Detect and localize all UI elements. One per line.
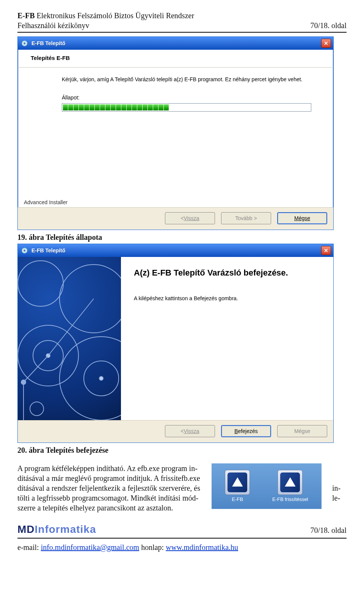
- wizard-side-art: [18, 257, 121, 420]
- installer-body: Kérjük, várjon, amíg A Telepítő Varázsló…: [18, 68, 333, 198]
- doc-footer: MDInformatika 70/18. oldal e-mail: info.…: [17, 523, 347, 552]
- paragraph-text: A program kétféleképpen indítható. Az ef…: [17, 463, 201, 513]
- figure-caption-20: 20. ábra Telepítés befejezése: [17, 445, 347, 455]
- website-link[interactable]: www.mdinformatika.hu: [166, 543, 238, 551]
- close-button[interactable]: ✕: [321, 39, 331, 48]
- window-title: E-FB Telepítő: [31, 40, 317, 47]
- install-message: Kérjük, várjon, amíg A Telepítő Varázsló…: [62, 76, 311, 83]
- svg-point-6: [30, 402, 44, 416]
- doc-title-bold: E-FB: [17, 11, 35, 20]
- desktop-icons: E-FB E-FB frissítéssel: [212, 463, 322, 509]
- close-icon: ✕: [324, 40, 328, 47]
- paragraph-block: A program kétféleképpen indítható. Az ef…: [17, 463, 347, 513]
- button-bar: < Vissza Tovább > Mégse: [18, 207, 333, 230]
- subheader-title: Telepítés E-FB: [31, 54, 70, 62]
- desktop-icon-efb[interactable]: E-FB: [225, 470, 250, 503]
- figure-caption-19: 19. ábra Telepítés állapota: [17, 232, 347, 242]
- doc-page-bottom: 70/18. oldal: [310, 525, 347, 535]
- app-icon: 💿: [21, 247, 28, 254]
- paragraph-right-fragments: in- le-: [332, 463, 347, 503]
- close-button[interactable]: ✕: [321, 246, 331, 255]
- cancel-button[interactable]: Mégse: [277, 425, 327, 437]
- doc-title-rest: Elektronikus Felszámoló Biztos Ügyviteli…: [35, 11, 195, 20]
- email-link[interactable]: info.mdinformatika@gmail.com: [41, 543, 139, 551]
- subheader: Telepítés E-FB: [18, 50, 333, 68]
- status-label: Állapot:: [62, 94, 311, 101]
- finish-message: A kilépéshez kattintson a Befejezés gomb…: [134, 295, 320, 302]
- progress-bar: [62, 103, 311, 112]
- close-icon: ✕: [324, 247, 328, 254]
- contact-line: e-mail: info.mdinformatika@gmail.com hon…: [17, 542, 347, 552]
- titlebar[interactable]: 💿 E-FB Telepítő ✕: [18, 244, 333, 257]
- header-divider: [17, 32, 347, 33]
- svg-point-0: [18, 261, 63, 306]
- finish-button[interactable]: Befejezés: [221, 425, 271, 437]
- cancel-button[interactable]: Mégse: [277, 212, 327, 224]
- back-button[interactable]: < Vissza: [165, 212, 215, 224]
- finish-heading: A(z) E-FB Telepítő Varázsló befejezése.: [134, 268, 320, 279]
- doc-page-top: 70/18. oldal: [310, 20, 347, 30]
- app-shortcut-icon: [225, 470, 250, 495]
- button-bar: < Vissza Befejezés Mégse: [18, 420, 333, 443]
- app-shortcut-icon: [278, 470, 303, 495]
- company-logo: MDInformatika: [17, 523, 96, 536]
- svg-point-9: [99, 376, 103, 380]
- footer-divider: [17, 538, 347, 539]
- svg-point-1: [60, 265, 121, 333]
- advanced-installer-label: Advanced Installer: [18, 198, 333, 207]
- installer-window-finish: 💿 E-FB Telepítő ✕: [17, 244, 334, 443]
- doc-header: E-FB Elektronikus Felszámoló Biztos Ügyv…: [17, 11, 347, 33]
- window-title: E-FB Telepítő: [31, 247, 317, 254]
- installer-window-progress: 💿 E-FB Telepítő ✕ Telepítés E-FB Kérjük,…: [17, 36, 334, 230]
- desktop-icon-efb-frissitessel[interactable]: E-FB frissítéssel: [272, 470, 308, 503]
- doc-subtitle: Felhasználói kézikönyv: [17, 20, 89, 30]
- app-icon: 💿: [21, 40, 28, 47]
- wizard-right-pane: A(z) E-FB Telepítő Varázsló befejezése. …: [121, 257, 333, 420]
- titlebar[interactable]: 💿 E-FB Telepítő ✕: [18, 37, 333, 50]
- back-button[interactable]: < Vissza: [165, 425, 215, 437]
- next-button[interactable]: Tovább >: [221, 212, 271, 224]
